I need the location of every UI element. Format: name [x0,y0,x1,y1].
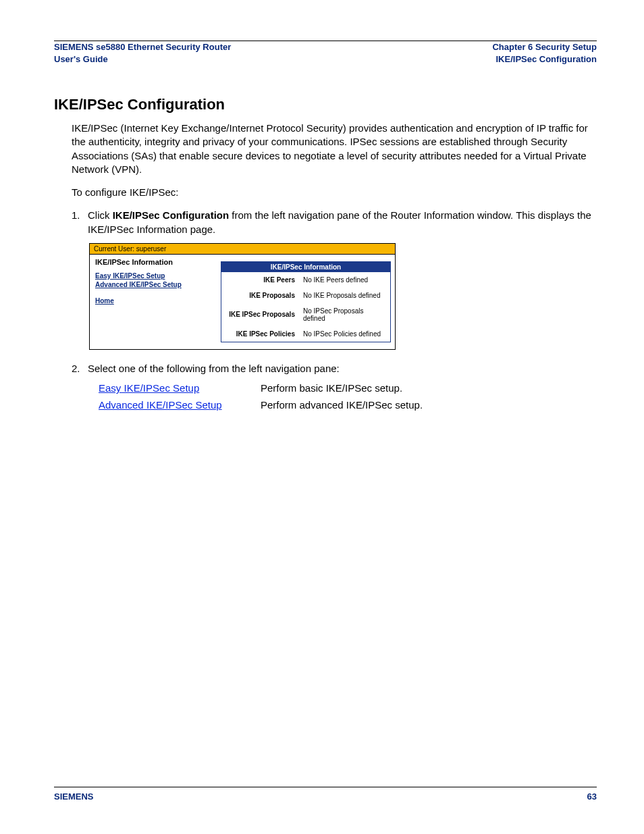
header-product: SIEMENS se5880 Ethernet Security Router [54,41,231,53]
table-row: IKE Proposals No IKE Proposals defined [221,288,391,303]
option-link-easy[interactable]: Easy IKE/IPSec Setup [99,382,199,394]
header-right: Chapter 6 Security Setup IKE/IPSec Confi… [492,41,597,65]
header-chapter: Chapter 6 Security Setup [492,41,597,53]
section-title: IKE/IPSec Configuration [54,96,597,113]
row-value: No IKE Proposals defined [299,288,391,303]
row-value: No IKE Peers defined [299,272,391,288]
nav-link-home[interactable]: Home [95,296,215,306]
header-guide: User's Guide [54,53,231,66]
page-header: SIEMENS se5880 Ethernet Security Router … [54,41,597,69]
option-link-advanced[interactable]: Advanced IKE/IPSec Setup [99,399,222,411]
nav-link-advanced[interactable]: Advanced IKE/IPSec Setup [95,280,215,290]
intro-paragraph: IKE/IPSec (Internet Key Exchange/Interne… [72,122,597,176]
step-2: 2. Select one of the following from the … [72,362,597,375]
row-value: No IPSec Proposals defined [299,303,391,326]
table-row: IKE IPSec Proposals No IPSec Proposals d… [221,303,391,326]
screenshot-body: IKE/IPSec Information Easy IKE/IPSec Set… [90,255,395,349]
footer-page-number: 63 [587,791,597,802]
table-row: IKE IPSec Policies No IPSec Policies def… [221,326,391,342]
option-row: Advanced IKE/IPSec Setup Perform advance… [99,399,597,411]
option-desc: Perform advanced IKE/IPSec setup. [261,399,597,411]
step-1-bold: IKE/IPSec Configuration [113,209,230,221]
row-value: No IPSec Policies defined [299,326,391,342]
option-desc: Perform basic IKE/IPSec setup. [261,382,597,394]
row-key: IKE IPSec Policies [221,326,299,342]
nav-link-easy[interactable]: Easy IKE/IPSec Setup [95,271,215,281]
info-table-title: IKE/IPSec Information [221,261,391,272]
step-2-number: 2. [72,362,88,375]
header-left: SIEMENS se5880 Ethernet Security Router … [54,41,231,65]
row-key: IKE Peers [221,272,299,288]
table-row: IKE Peers No IKE Peers defined [221,272,391,288]
steps-list: 1. Click IKE/IPSec Configuration from th… [72,209,597,236]
current-user-bar: Current User: superuser [90,244,395,255]
step-1-pre: Click [88,209,113,221]
embedded-screenshot: Current User: superuser IKE/IPSec Inform… [89,243,396,350]
row-key: IKE IPSec Proposals [221,303,299,326]
screenshot-nav-title: IKE/IPSec Information [95,258,215,266]
step-1-text: Click IKE/IPSec Configuration from the l… [88,209,597,236]
info-table: IKE/IPSec Information IKE Peers No IKE P… [221,261,391,342]
steps-list-2: 2. Select one of the following from the … [72,362,597,375]
screenshot-nav: IKE/IPSec Information Easy IKE/IPSec Set… [90,255,221,349]
options-list: Easy IKE/IPSec Setup Perform basic IKE/I… [99,382,597,411]
row-key: IKE Proposals [221,288,299,303]
step-1-number: 1. [72,209,88,236]
option-row: Easy IKE/IPSec Setup Perform basic IKE/I… [99,382,597,394]
lead-paragraph: To configure IKE/IPSec: [72,186,597,199]
footer-brand: SIEMENS [54,791,94,802]
step-1: 1. Click IKE/IPSec Configuration from th… [72,209,597,236]
page-footer: SIEMENS 63 [54,787,597,802]
page: SIEMENS se5880 Ethernet Security Router … [0,0,644,834]
screenshot-table-wrap: IKE/IPSec Information IKE Peers No IKE P… [221,255,395,349]
header-section: IKE/IPSec Configuration [492,53,597,66]
step-2-text: Select one of the following from the lef… [88,362,597,375]
